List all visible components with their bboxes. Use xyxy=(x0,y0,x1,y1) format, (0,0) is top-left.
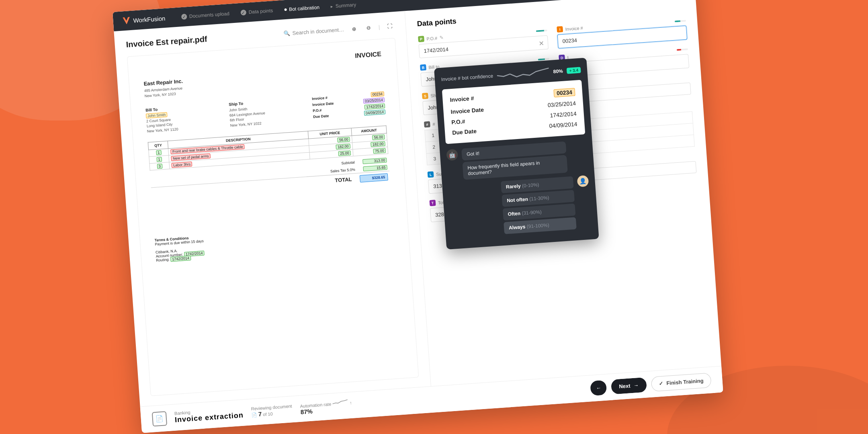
field-invoice-no: IInvoice # xyxy=(557,18,687,49)
zoom-out-icon[interactable]: ⊖ xyxy=(364,23,373,32)
popover-title: Invoice # bot confidence xyxy=(441,73,493,82)
meta-due: 04/09/2014 xyxy=(364,109,386,116)
reviewing-stat: Reviewing document 📄 7 of 10 xyxy=(251,403,293,418)
bot-message: 🤖 Got it! How frequently this field apea… xyxy=(446,140,588,181)
step-documents-upload[interactable]: Documents upload xyxy=(181,11,230,20)
sparkline-icon xyxy=(497,67,550,81)
logo-icon xyxy=(123,17,130,25)
bot-avatar-icon: 🤖 xyxy=(446,149,458,161)
frequency-options: 👤 Rarely (0-10%) Not often (11-30%) Ofte… xyxy=(448,175,592,238)
document-panel: Invoice Est repair.pdf 🔍 Search in docum… xyxy=(114,11,431,406)
meta-invoice-date: 03/25/2014 xyxy=(363,98,385,104)
document-type-icon: 📄 xyxy=(152,411,167,426)
zoom-in-icon[interactable]: ⊕ xyxy=(349,24,358,33)
confidence-pct: 80% xyxy=(553,68,563,75)
confidence-delta: + 3.4 xyxy=(567,67,581,74)
next-button[interactable]: Next → xyxy=(611,377,647,395)
brand-name: WorkFusion xyxy=(133,14,166,24)
confidence-popover: Invoice # bot confidence 80% + 3.4 Invoi… xyxy=(434,57,599,249)
clear-icon[interactable]: ✕ xyxy=(538,39,544,47)
search-placeholder: Search in document… xyxy=(292,27,344,36)
document-filename: Invoice Est repair.pdf xyxy=(126,35,207,49)
meta-invoice-no: 00234 xyxy=(371,92,384,97)
logo: WorkFusion xyxy=(123,14,166,25)
terms: Terms & Conditions Payment is due within… xyxy=(155,221,395,262)
meta-po: 1742/2014 xyxy=(364,103,385,109)
document-viewer[interactable]: INVOICE East Repair Inc. 485 Amsterdam A… xyxy=(127,38,419,396)
field-po: PP.O.#✎ ✕ xyxy=(418,27,549,58)
user-avatar-icon: 👤 xyxy=(577,175,589,187)
search-input[interactable]: 🔍 Search in document… xyxy=(283,27,344,37)
automation-rate-stat: Automation rate ↑ 87% xyxy=(300,399,352,416)
prev-button[interactable]: ← xyxy=(590,380,607,396)
step-summary[interactable]: Summary xyxy=(330,2,356,9)
confidence-excerpt: Invoice #00234 Invoice Date03/25/2014 P.… xyxy=(442,80,585,144)
search-icon: 🔍 xyxy=(283,30,290,37)
app-window: WorkFusion Documents upload Data points … xyxy=(113,0,723,433)
edit-icon[interactable]: ✎ xyxy=(440,35,444,41)
finish-training-button[interactable]: ✓ Finish Training xyxy=(651,373,712,391)
step-data-points[interactable]: Data points xyxy=(240,8,273,16)
fullscreen-icon[interactable]: ⛶ xyxy=(385,22,394,31)
main-area: Invoice Est repair.pdf 🔍 Search in docum… xyxy=(114,0,721,407)
step-bot-calibration[interactable]: Bot calibration xyxy=(284,4,320,12)
